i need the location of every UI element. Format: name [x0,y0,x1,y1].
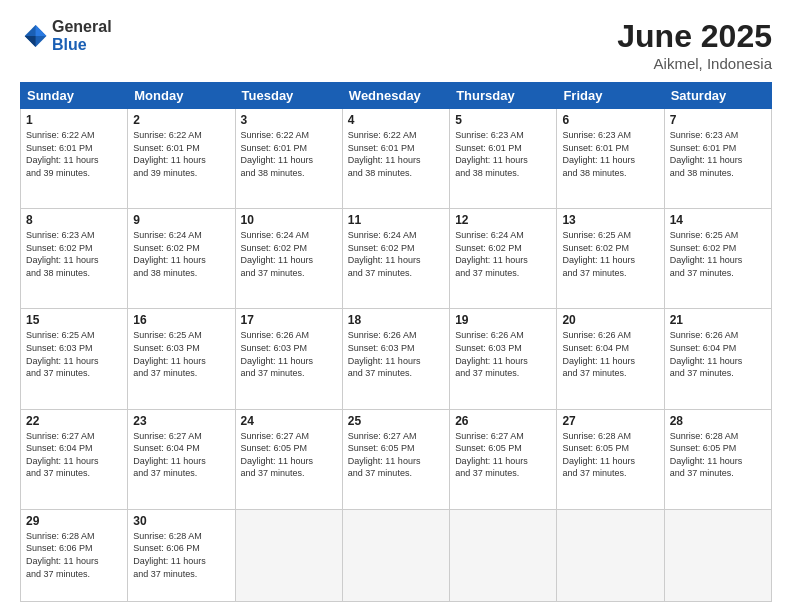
col-sunday: Sunday [21,83,128,109]
week-row-5: 29Sunrise: 6:28 AM Sunset: 6:06 PM Dayli… [21,509,772,601]
day-info: Sunrise: 6:26 AM Sunset: 6:04 PM Dayligh… [670,329,766,379]
day-number: 25 [348,414,444,428]
col-thursday: Thursday [450,83,557,109]
table-row: 4Sunrise: 6:22 AM Sunset: 6:01 PM Daylig… [342,109,449,209]
calendar-subtitle: Aikmel, Indonesia [617,55,772,72]
day-number: 6 [562,113,658,127]
day-info: Sunrise: 6:23 AM Sunset: 6:01 PM Dayligh… [670,129,766,179]
table-row [342,509,449,601]
day-number: 27 [562,414,658,428]
day-number: 13 [562,213,658,227]
day-number: 20 [562,313,658,327]
table-row: 9Sunrise: 6:24 AM Sunset: 6:02 PM Daylig… [128,209,235,309]
day-info: Sunrise: 6:22 AM Sunset: 6:01 PM Dayligh… [348,129,444,179]
day-number: 2 [133,113,229,127]
day-number: 4 [348,113,444,127]
col-monday: Monday [128,83,235,109]
day-number: 9 [133,213,229,227]
day-number: 15 [26,313,122,327]
day-number: 11 [348,213,444,227]
day-number: 17 [241,313,337,327]
table-row: 24Sunrise: 6:27 AM Sunset: 6:05 PM Dayli… [235,409,342,509]
table-row [450,509,557,601]
table-row: 28Sunrise: 6:28 AM Sunset: 6:05 PM Dayli… [664,409,771,509]
day-number: 16 [133,313,229,327]
day-number: 3 [241,113,337,127]
day-number: 28 [670,414,766,428]
day-number: 22 [26,414,122,428]
header: General Blue June 2025 Aikmel, Indonesia [20,18,772,72]
day-info: Sunrise: 6:28 AM Sunset: 6:05 PM Dayligh… [562,430,658,480]
table-row: 8Sunrise: 6:23 AM Sunset: 6:02 PM Daylig… [21,209,128,309]
week-row-1: 1Sunrise: 6:22 AM Sunset: 6:01 PM Daylig… [21,109,772,209]
day-info: Sunrise: 6:25 AM Sunset: 6:02 PM Dayligh… [670,229,766,279]
day-number: 29 [26,514,122,528]
table-row: 16Sunrise: 6:25 AM Sunset: 6:03 PM Dayli… [128,309,235,409]
day-info: Sunrise: 6:28 AM Sunset: 6:06 PM Dayligh… [133,530,229,580]
day-number: 18 [348,313,444,327]
header-row: Sunday Monday Tuesday Wednesday Thursday… [21,83,772,109]
svg-marker-1 [36,25,47,36]
day-number: 26 [455,414,551,428]
table-row: 29Sunrise: 6:28 AM Sunset: 6:06 PM Dayli… [21,509,128,601]
day-info: Sunrise: 6:23 AM Sunset: 6:02 PM Dayligh… [26,229,122,279]
day-info: Sunrise: 6:26 AM Sunset: 6:03 PM Dayligh… [455,329,551,379]
day-info: Sunrise: 6:24 AM Sunset: 6:02 PM Dayligh… [348,229,444,279]
table-row [557,509,664,601]
day-number: 19 [455,313,551,327]
day-info: Sunrise: 6:22 AM Sunset: 6:01 PM Dayligh… [26,129,122,179]
day-info: Sunrise: 6:22 AM Sunset: 6:01 PM Dayligh… [241,129,337,179]
table-row: 15Sunrise: 6:25 AM Sunset: 6:03 PM Dayli… [21,309,128,409]
day-info: Sunrise: 6:27 AM Sunset: 6:04 PM Dayligh… [26,430,122,480]
table-row: 20Sunrise: 6:26 AM Sunset: 6:04 PM Dayli… [557,309,664,409]
day-info: Sunrise: 6:28 AM Sunset: 6:05 PM Dayligh… [670,430,766,480]
day-info: Sunrise: 6:22 AM Sunset: 6:01 PM Dayligh… [133,129,229,179]
day-info: Sunrise: 6:23 AM Sunset: 6:01 PM Dayligh… [562,129,658,179]
col-tuesday: Tuesday [235,83,342,109]
table-row: 3Sunrise: 6:22 AM Sunset: 6:01 PM Daylig… [235,109,342,209]
day-number: 5 [455,113,551,127]
table-row: 14Sunrise: 6:25 AM Sunset: 6:02 PM Dayli… [664,209,771,309]
table-row [664,509,771,601]
table-row: 23Sunrise: 6:27 AM Sunset: 6:04 PM Dayli… [128,409,235,509]
day-info: Sunrise: 6:26 AM Sunset: 6:04 PM Dayligh… [562,329,658,379]
day-number: 21 [670,313,766,327]
day-info: Sunrise: 6:26 AM Sunset: 6:03 PM Dayligh… [241,329,337,379]
calendar-table: Sunday Monday Tuesday Wednesday Thursday… [20,82,772,602]
table-row: 7Sunrise: 6:23 AM Sunset: 6:01 PM Daylig… [664,109,771,209]
day-info: Sunrise: 6:23 AM Sunset: 6:01 PM Dayligh… [455,129,551,179]
table-row: 2Sunrise: 6:22 AM Sunset: 6:01 PM Daylig… [128,109,235,209]
day-number: 30 [133,514,229,528]
table-row: 22Sunrise: 6:27 AM Sunset: 6:04 PM Dayli… [21,409,128,509]
table-row: 18Sunrise: 6:26 AM Sunset: 6:03 PM Dayli… [342,309,449,409]
day-info: Sunrise: 6:27 AM Sunset: 6:05 PM Dayligh… [348,430,444,480]
table-row: 27Sunrise: 6:28 AM Sunset: 6:05 PM Dayli… [557,409,664,509]
week-row-3: 15Sunrise: 6:25 AM Sunset: 6:03 PM Dayli… [21,309,772,409]
col-saturday: Saturday [664,83,771,109]
calendar-title: June 2025 [617,18,772,55]
day-info: Sunrise: 6:26 AM Sunset: 6:03 PM Dayligh… [348,329,444,379]
day-info: Sunrise: 6:24 AM Sunset: 6:02 PM Dayligh… [241,229,337,279]
table-row: 1Sunrise: 6:22 AM Sunset: 6:01 PM Daylig… [21,109,128,209]
table-row: 21Sunrise: 6:26 AM Sunset: 6:04 PM Dayli… [664,309,771,409]
day-info: Sunrise: 6:27 AM Sunset: 6:05 PM Dayligh… [241,430,337,480]
day-info: Sunrise: 6:28 AM Sunset: 6:06 PM Dayligh… [26,530,122,580]
table-row [235,509,342,601]
col-friday: Friday [557,83,664,109]
logo-text: General Blue [52,18,112,53]
day-number: 7 [670,113,766,127]
day-info: Sunrise: 6:25 AM Sunset: 6:03 PM Dayligh… [133,329,229,379]
day-info: Sunrise: 6:25 AM Sunset: 6:03 PM Dayligh… [26,329,122,379]
table-row: 30Sunrise: 6:28 AM Sunset: 6:06 PM Dayli… [128,509,235,601]
week-row-2: 8Sunrise: 6:23 AM Sunset: 6:02 PM Daylig… [21,209,772,309]
table-row: 11Sunrise: 6:24 AM Sunset: 6:02 PM Dayli… [342,209,449,309]
table-row: 26Sunrise: 6:27 AM Sunset: 6:05 PM Dayli… [450,409,557,509]
day-number: 1 [26,113,122,127]
logo-general: General [52,18,112,35]
day-number: 24 [241,414,337,428]
table-row: 10Sunrise: 6:24 AM Sunset: 6:02 PM Dayli… [235,209,342,309]
table-row: 13Sunrise: 6:25 AM Sunset: 6:02 PM Dayli… [557,209,664,309]
day-number: 8 [26,213,122,227]
page: General Blue June 2025 Aikmel, Indonesia… [0,0,792,612]
day-info: Sunrise: 6:27 AM Sunset: 6:04 PM Dayligh… [133,430,229,480]
